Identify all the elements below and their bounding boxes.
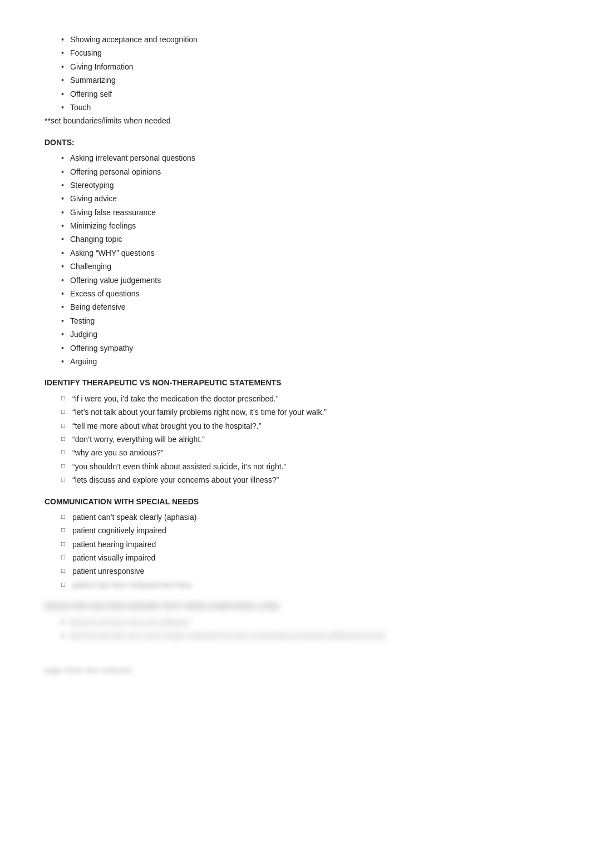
list-item: Asking “WHY” questions: [61, 247, 546, 259]
list-item: Offering value judgements: [61, 274, 546, 286]
list-item: Excess of questions: [61, 287, 546, 300]
dos-list: Showing acceptance and recognition Focus…: [45, 33, 546, 113]
list-item: “if i were you, i’d take the medication …: [61, 393, 546, 405]
list-item: “lets discuss and explore your concerns …: [61, 474, 546, 486]
list-item: Giving Information: [61, 61, 546, 73]
blurred-footer-text: page footer text redacted: [45, 666, 131, 674]
dos-section: Showing acceptance and recognition Focus…: [45, 33, 546, 127]
list-item: Testing: [61, 315, 546, 327]
list-item: “you shouldn’t even think about assisted…: [61, 460, 546, 473]
list-item: Focusing: [61, 47, 546, 59]
blurred-sub-list: blurred sub item text one redacted blurr…: [45, 616, 546, 642]
list-item: Arguing: [61, 355, 546, 368]
blurred-text: patient last item redacted text here: [72, 581, 192, 589]
list-item: Changing topic: [61, 233, 546, 245]
list-item: Touch: [61, 101, 546, 113]
list-item: blurred sub item text one redacted: [61, 616, 546, 628]
list-item: patient unresponsive: [61, 565, 546, 577]
list-item: Minimizing feelings: [61, 220, 546, 232]
list-item: “don’t worry, everything will be alright…: [61, 433, 546, 445]
donts-section: DONTS: Asking irrelevant personal questi…: [45, 136, 546, 368]
list-item: Offering personal opinions: [61, 166, 546, 178]
list-item: Challenging: [61, 260, 546, 272]
list-item: patient cognitively impaired: [61, 524, 546, 537]
list-item-blurred: patient last item redacted text here: [61, 579, 546, 591]
list-item: Summarizing: [61, 74, 546, 86]
blurred-footer-section: page footer text redacted: [45, 664, 546, 676]
list-item: “let’s not talk about your family proble…: [61, 406, 546, 418]
list-item: blurred sub item two much longer redacte…: [61, 629, 546, 642]
list-item: Judging: [61, 328, 546, 340]
list-item: “why are you so anxious?”: [61, 447, 546, 459]
list-item: patient hearing impaired: [61, 538, 546, 550]
list-item: Giving advice: [61, 192, 546, 205]
blurred-section-header: REDACTED SECTION HEADER TEXT HERE SOMETH…: [45, 600, 546, 612]
list-item: Offering sympathy: [61, 342, 546, 354]
communication-section: COMMUNICATION WITH SPECIAL NEEDS patient…: [45, 495, 546, 592]
communication-header: COMMUNICATION WITH SPECIAL NEEDS: [45, 495, 546, 508]
list-item: patient visually impaired: [61, 552, 546, 564]
list-item: Giving false reassurance: [61, 206, 546, 219]
list-item: Being defensive: [61, 301, 546, 313]
list-item: Asking irrelevant personal questions: [61, 152, 546, 164]
list-item: Showing acceptance and recognition: [61, 33, 546, 46]
note-text: **set boundaries/limits when needed: [45, 115, 546, 127]
identify-section: IDENTIFY THERAPEUTIC VS NON-THERAPEUTIC …: [45, 376, 546, 486]
list-item: Stereotyping: [61, 179, 546, 191]
communication-list: patient can’t speak clearly (aphasia) pa…: [45, 511, 546, 591]
blurred-section: REDACTED SECTION HEADER TEXT HERE SOMETH…: [45, 600, 546, 642]
blurred-list-item: blurred sub item two much longer redacte…: [70, 631, 385, 640]
identify-header: IDENTIFY THERAPEUTIC VS NON-THERAPEUTIC …: [45, 376, 546, 389]
list-item: “tell me more about what brought you to …: [61, 420, 546, 432]
donts-list: Asking irrelevant personal questions Off…: [45, 152, 546, 368]
blurred-list-item: blurred sub item text one redacted: [70, 618, 188, 627]
list-item: Offering self: [61, 88, 546, 100]
donts-header: DONTS:: [45, 136, 546, 148]
identify-list: “if i were you, i’d take the medication …: [45, 393, 546, 487]
list-item: patient can’t speak clearly (aphasia): [61, 511, 546, 523]
